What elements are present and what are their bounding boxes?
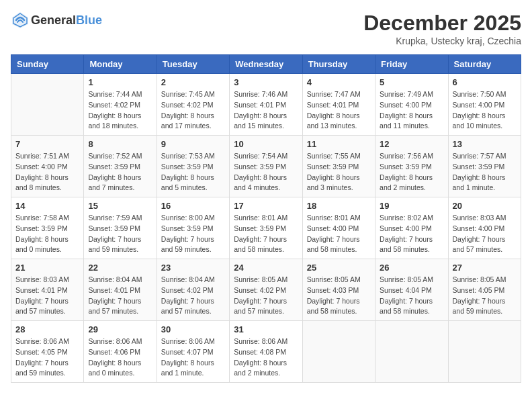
logo-blue: Blue [76, 13, 102, 27]
day-info: Sunrise: 8:03 AMSunset: 4:01 PMDaylight:… [15, 275, 79, 317]
calendar-cell: 19Sunrise: 8:02 AMSunset: 4:00 PMDayligh… [375, 197, 448, 259]
day-number: 14 [15, 201, 79, 211]
day-number: 6 [453, 77, 517, 87]
logo-text-container: GeneralBlue [31, 13, 102, 28]
day-info: Sunrise: 8:06 AMSunset: 4:07 PMDaylight:… [161, 336, 225, 379]
day-number: 25 [307, 263, 371, 273]
calendar-cell: 8Sunrise: 7:52 AMSunset: 3:59 PMDaylight… [84, 136, 157, 197]
logo: GeneralBlue [11, 11, 102, 30]
day-number: 18 [307, 201, 371, 211]
day-info: Sunrise: 8:06 AMSunset: 4:08 PMDaylight:… [234, 336, 298, 379]
day-number: 5 [380, 77, 443, 87]
day-info: Sunrise: 7:46 AMSunset: 4:01 PMDaylight:… [234, 89, 298, 132]
day-info: Sunrise: 7:45 AMSunset: 4:02 PMDaylight:… [161, 89, 225, 132]
day-info: Sunrise: 7:55 AMSunset: 3:59 PMDaylight:… [307, 151, 371, 193]
day-info: Sunrise: 7:54 AMSunset: 3:59 PMDaylight:… [234, 151, 298, 193]
day-info: Sunrise: 8:02 AMSunset: 4:00 PMDaylight:… [380, 213, 443, 255]
day-number: 7 [15, 139, 79, 149]
day-number: 27 [453, 263, 517, 273]
calendar-cell: 15Sunrise: 7:59 AMSunset: 3:59 PMDayligh… [84, 197, 157, 259]
logo-general: General [31, 13, 76, 27]
calendar-cell: 26Sunrise: 8:05 AMSunset: 4:04 PMDayligh… [375, 259, 448, 321]
calendar-cell: 11Sunrise: 7:55 AMSunset: 3:59 PMDayligh… [302, 136, 375, 197]
calendar-cell: 3Sunrise: 7:46 AMSunset: 4:01 PMDaylight… [230, 74, 302, 136]
header-thursday: Thursday [302, 55, 375, 74]
day-info: Sunrise: 8:04 AMSunset: 4:01 PMDaylight:… [88, 275, 152, 317]
header-tuesday: Tuesday [157, 55, 229, 74]
calendar-week-row: 7Sunrise: 7:51 AMSunset: 4:00 PMDaylight… [11, 136, 521, 197]
day-info: Sunrise: 8:03 AMSunset: 4:00 PMDaylight:… [453, 213, 517, 255]
day-number: 21 [15, 263, 79, 273]
day-info: Sunrise: 7:49 AMSunset: 4:00 PMDaylight:… [380, 89, 443, 132]
day-info: Sunrise: 7:56 AMSunset: 3:59 PMDaylight:… [380, 151, 443, 193]
calendar-cell: 1Sunrise: 7:44 AMSunset: 4:02 PMDaylight… [84, 74, 157, 136]
location-title: Krupka, Ustecky kraj, Czechia [363, 36, 521, 46]
day-info: Sunrise: 7:44 AMSunset: 4:02 PMDaylight:… [88, 89, 152, 132]
calendar-cell [375, 321, 448, 383]
day-info: Sunrise: 7:51 AMSunset: 4:00 PMDaylight:… [15, 151, 79, 193]
day-number: 29 [88, 324, 152, 334]
day-info: Sunrise: 8:05 AMSunset: 4:04 PMDaylight:… [380, 275, 443, 317]
calendar-cell: 4Sunrise: 7:47 AMSunset: 4:01 PMDaylight… [302, 74, 375, 136]
day-info: Sunrise: 7:47 AMSunset: 4:01 PMDaylight:… [307, 89, 371, 132]
calendar-cell: 18Sunrise: 8:01 AMSunset: 4:00 PMDayligh… [302, 197, 375, 259]
calendar-week-row: 1Sunrise: 7:44 AMSunset: 4:02 PMDaylight… [11, 74, 521, 136]
calendar-cell: 25Sunrise: 8:05 AMSunset: 4:03 PMDayligh… [302, 259, 375, 321]
day-info: Sunrise: 8:05 AMSunset: 4:03 PMDaylight:… [307, 275, 371, 317]
day-number: 10 [234, 139, 298, 149]
calendar-cell: 20Sunrise: 8:03 AMSunset: 4:00 PMDayligh… [448, 197, 521, 259]
calendar-cell [448, 321, 521, 383]
day-number: 17 [234, 201, 298, 211]
calendar-cell: 27Sunrise: 8:05 AMSunset: 4:05 PMDayligh… [448, 259, 521, 321]
calendar-cell: 14Sunrise: 7:58 AMSunset: 3:59 PMDayligh… [11, 197, 84, 259]
day-number: 23 [161, 263, 225, 273]
calendar-week-row: 21Sunrise: 8:03 AMSunset: 4:01 PMDayligh… [11, 259, 521, 321]
page-header: GeneralBlue December 2025 Krupka, Usteck… [11, 11, 521, 46]
calendar-cell: 23Sunrise: 8:04 AMSunset: 4:02 PMDayligh… [157, 259, 229, 321]
calendar-week-row: 28Sunrise: 8:06 AMSunset: 4:05 PMDayligh… [11, 321, 521, 383]
day-info: Sunrise: 7:58 AMSunset: 3:59 PMDaylight:… [15, 213, 79, 255]
header-sunday: Sunday [11, 55, 84, 74]
day-number: 31 [234, 324, 298, 334]
month-title: December 2025 [363, 11, 521, 36]
header-friday: Friday [375, 55, 448, 74]
day-number: 2 [161, 77, 225, 87]
day-number: 3 [234, 77, 298, 87]
calendar-cell: 6Sunrise: 7:50 AMSunset: 4:00 PMDaylight… [448, 74, 521, 136]
calendar-cell: 31Sunrise: 8:06 AMSunset: 4:08 PMDayligh… [230, 321, 302, 383]
day-info: Sunrise: 8:05 AMSunset: 4:05 PMDaylight:… [453, 275, 517, 317]
calendar-cell: 9Sunrise: 7:53 AMSunset: 3:59 PMDaylight… [157, 136, 229, 197]
day-number: 9 [161, 139, 225, 149]
title-section: December 2025 Krupka, Ustecky kraj, Czec… [363, 11, 521, 46]
calendar-table: SundayMondayTuesdayWednesdayThursdayFrid… [11, 54, 521, 383]
calendar-cell: 13Sunrise: 7:57 AMSunset: 3:59 PMDayligh… [448, 136, 521, 197]
day-number: 13 [453, 139, 517, 149]
day-info: Sunrise: 7:59 AMSunset: 3:59 PMDaylight:… [88, 213, 152, 255]
calendar-cell [302, 321, 375, 383]
calendar-cell [11, 74, 84, 136]
day-number: 28 [15, 324, 79, 334]
day-info: Sunrise: 8:00 AMSunset: 3:59 PMDaylight:… [161, 213, 225, 255]
day-info: Sunrise: 8:01 AMSunset: 4:00 PMDaylight:… [307, 213, 371, 255]
day-number: 8 [88, 139, 152, 149]
day-number: 22 [88, 263, 152, 273]
day-info: Sunrise: 8:04 AMSunset: 4:02 PMDaylight:… [161, 275, 225, 317]
calendar-cell: 7Sunrise: 7:51 AMSunset: 4:00 PMDaylight… [11, 136, 84, 197]
day-number: 24 [234, 263, 298, 273]
day-info: Sunrise: 8:01 AMSunset: 3:59 PMDaylight:… [234, 213, 298, 255]
day-info: Sunrise: 7:53 AMSunset: 3:59 PMDaylight:… [161, 151, 225, 193]
calendar-cell: 22Sunrise: 8:04 AMSunset: 4:01 PMDayligh… [84, 259, 157, 321]
calendar-cell: 17Sunrise: 8:01 AMSunset: 3:59 PMDayligh… [230, 197, 302, 259]
calendar-cell: 12Sunrise: 7:56 AMSunset: 3:59 PMDayligh… [375, 136, 448, 197]
calendar-cell: 5Sunrise: 7:49 AMSunset: 4:00 PMDaylight… [375, 74, 448, 136]
day-number: 11 [307, 139, 371, 149]
header-wednesday: Wednesday [230, 55, 302, 74]
calendar-header-row: SundayMondayTuesdayWednesdayThursdayFrid… [11, 55, 521, 74]
header-saturday: Saturday [448, 55, 521, 74]
calendar-cell: 21Sunrise: 8:03 AMSunset: 4:01 PMDayligh… [11, 259, 84, 321]
day-number: 20 [453, 201, 517, 211]
day-number: 4 [307, 77, 371, 87]
calendar-cell: 29Sunrise: 8:06 AMSunset: 4:06 PMDayligh… [84, 321, 157, 383]
day-number: 30 [161, 324, 225, 334]
day-info: Sunrise: 7:50 AMSunset: 4:00 PMDaylight:… [453, 89, 517, 132]
